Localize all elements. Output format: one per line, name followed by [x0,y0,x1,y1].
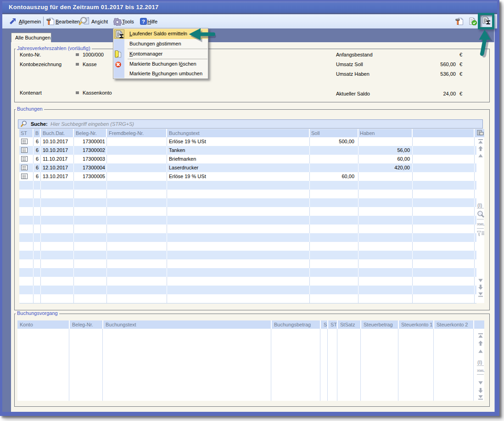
svg-text:?: ? [142,19,145,24]
